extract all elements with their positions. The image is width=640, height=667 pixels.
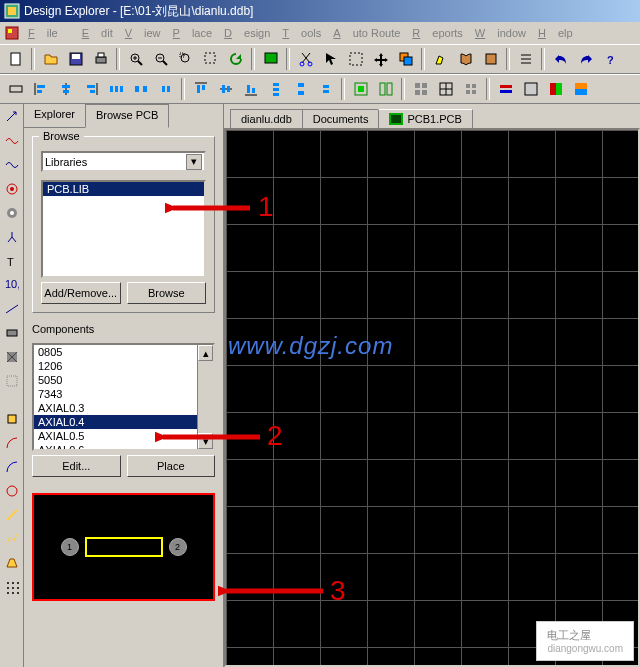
doc-tab-ddb[interactable]: dianlu.ddb [230,109,303,128]
align-right-icon[interactable] [79,78,102,101]
menu-view[interactable]: View [125,27,161,39]
list-item[interactable]: 7343 [34,387,213,401]
comp-icon[interactable] [4,78,27,101]
list-item[interactable]: AXIAL0.4 [34,415,213,429]
select-icon[interactable] [319,48,342,71]
open-icon[interactable] [39,48,62,71]
layers-icon[interactable] [394,48,417,71]
highlight-icon[interactable] [429,48,452,71]
doc-tab-pcb1[interactable]: PCB1.PCB [378,109,472,128]
svg-rect-49 [202,85,205,90]
doc-tab-documents[interactable]: Documents [302,109,380,128]
menu-help[interactable]: Help [538,27,573,39]
move-icon[interactable] [369,48,392,71]
dist-h-icon[interactable] [104,78,127,101]
tool-arc1-icon[interactable] [3,434,21,452]
redo-icon[interactable] [574,48,597,71]
menu-autoroute[interactable]: Auto Route [333,27,400,39]
svg-rect-1 [8,7,16,15]
grid-icon[interactable] [259,48,282,71]
room-icon[interactable] [349,78,372,101]
tool-dim-icon[interactable] [3,300,21,318]
align-left-icon[interactable] [29,78,52,101]
tool-poly-icon[interactable] [3,372,21,390]
svg-rect-40 [110,86,113,92]
room2-icon[interactable] [374,78,397,101]
menu-edit[interactable]: Edit [82,27,113,39]
menu-file[interactable]: File [28,27,70,39]
new-icon[interactable] [4,48,27,71]
marquee-icon[interactable] [344,48,367,71]
library-listbox[interactable]: PCB.LIB [41,180,206,278]
space-v-icon[interactable] [289,78,312,101]
list-item[interactable]: 1206 [34,359,213,373]
zoom-out-icon[interactable] [149,48,172,71]
browse-combo[interactable]: Libraries ▾ [41,151,206,172]
scroll-up-icon[interactable]: ▴ [198,345,213,361]
save-icon[interactable] [64,48,87,71]
space-h-icon[interactable] [129,78,152,101]
layer4-icon[interactable] [569,78,592,101]
tool-arrow-icon[interactable] [3,108,21,126]
menu-tools[interactable]: Tools [282,27,321,39]
browse-button[interactable]: Browse [127,282,207,304]
tool-wave-icon[interactable] [3,132,21,150]
tool-via-icon[interactable] [3,204,21,222]
menu-reports[interactable]: Reports [412,27,463,39]
document-tabs: dianlu.ddb Documents PCB1.PCB [224,104,640,128]
tool-coord-icon[interactable]: 10,10 [3,276,21,294]
space-h2-icon[interactable] [154,78,177,101]
tool-fill-icon[interactable] [3,348,21,366]
place-button[interactable]: Place [127,455,216,477]
tab-explorer[interactable]: Explorer [24,104,85,128]
tool-wave2-icon[interactable] [3,156,21,174]
tool-text-icon[interactable]: T [3,252,21,270]
tool-chip-icon[interactable] [3,410,21,428]
layer1-icon[interactable] [494,78,517,101]
tool-dots-icon[interactable] [3,578,21,596]
layer3-icon[interactable] [544,78,567,101]
list-item[interactable]: AXIAL0.3 [34,401,213,415]
grid2-icon[interactable] [434,78,457,101]
add-remove-button[interactable]: Add/Remove... [41,282,121,304]
tool-t-icon[interactable] [3,228,21,246]
print-icon[interactable] [89,48,112,71]
library-item[interactable]: PCB.LIB [43,182,204,196]
space-v2-icon[interactable] [314,78,337,101]
tool-rect-icon[interactable] [3,324,21,342]
undo-icon[interactable] [549,48,572,71]
zoom-fit-icon[interactable] [174,48,197,71]
grid3-icon[interactable] [459,78,482,101]
tree-icon[interactable] [514,48,537,71]
tool-polyline-icon[interactable] [3,530,21,548]
tool-circle-icon[interactable] [3,482,21,500]
align-top-icon[interactable] [189,78,212,101]
list-item[interactable]: 0805 [34,345,213,359]
tool-line-icon[interactable] [3,506,21,524]
align-hcenter-icon[interactable] [54,78,77,101]
tool-target-icon[interactable] [3,180,21,198]
align-bottom-icon[interactable] [239,78,262,101]
edit-button[interactable]: Edit... [32,455,121,477]
dist-v-icon[interactable] [264,78,287,101]
menu-design[interactable]: Design [224,27,270,39]
menu-window[interactable]: Window [475,27,526,39]
help-icon[interactable]: ? [599,48,622,71]
zoom-sel-icon[interactable] [199,48,222,71]
svg-rect-18 [205,53,215,63]
tool-shape-icon[interactable] [3,554,21,572]
zoom-in-icon[interactable] [124,48,147,71]
layer2-icon[interactable] [519,78,542,101]
grid1-icon[interactable] [409,78,432,101]
annotation-3: 3 [330,575,346,607]
chevron-down-icon[interactable]: ▾ [186,154,202,170]
cut-icon[interactable] [294,48,317,71]
tab-browse-pcb[interactable]: Browse PCB [85,104,169,128]
menu-place[interactable]: Place [173,27,213,39]
book-icon[interactable] [454,48,477,71]
list-item[interactable]: 5050 [34,373,213,387]
refresh-icon[interactable] [224,48,247,71]
tool-arc2-icon[interactable] [3,458,21,476]
book2-icon[interactable] [479,48,502,71]
align-vcenter-icon[interactable] [214,78,237,101]
